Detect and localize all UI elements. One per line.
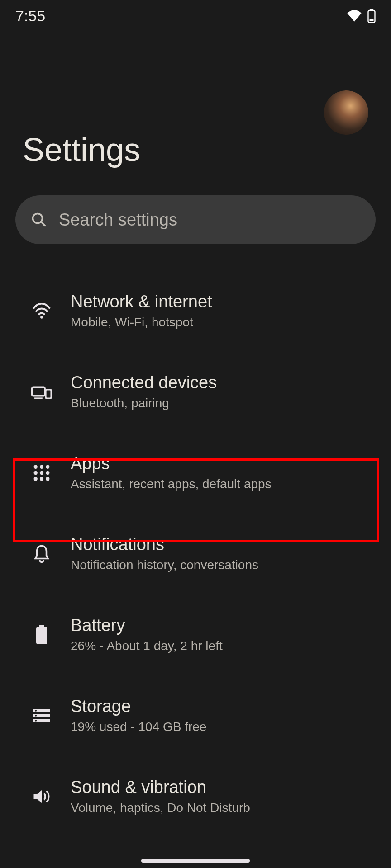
svg-line-4	[41, 222, 45, 226]
settings-item-connected-devices[interactable]: Connected devices Bluetooth, pairing	[0, 351, 391, 432]
settings-item-sound[interactable]: Sound & vibration Volume, haptics, Do No…	[0, 756, 391, 837]
item-subtitle: 19% used - 104 GB free	[71, 720, 206, 734]
settings-item-notifications[interactable]: Notifications Notification history, conv…	[0, 513, 391, 594]
search-icon	[31, 212, 47, 228]
item-subtitle: Assistant, recent apps, default apps	[71, 477, 272, 491]
svg-point-14	[46, 471, 49, 474]
svg-rect-6	[32, 387, 45, 396]
svg-point-21	[35, 710, 37, 712]
profile-avatar[interactable]	[324, 90, 368, 135]
search-placeholder: Search settings	[59, 210, 177, 230]
item-subtitle: Volume, haptics, Do Not Disturb	[71, 801, 250, 815]
svg-point-17	[46, 477, 49, 481]
apps-grid-icon	[31, 464, 52, 481]
settings-item-apps[interactable]: Apps Assistant, recent apps, default app…	[0, 432, 391, 513]
battery-icon	[367, 9, 376, 23]
status-time: 7:55	[15, 7, 45, 25]
settings-item-network[interactable]: Network & internet Mobile, Wi-Fi, hotspo…	[0, 270, 391, 351]
devices-icon	[31, 384, 52, 400]
svg-point-25	[35, 720, 37, 722]
item-title: Network & internet	[71, 292, 212, 311]
wifi-icon	[31, 303, 52, 319]
search-settings[interactable]: Search settings	[15, 195, 376, 244]
settings-item-storage[interactable]: Storage 19% used - 104 GB free	[0, 675, 391, 756]
battery-icon	[31, 625, 52, 645]
svg-point-12	[34, 471, 38, 474]
wifi-icon	[347, 10, 362, 22]
svg-rect-19	[36, 627, 47, 644]
settings-list: Network & internet Mobile, Wi-Fi, hotspo…	[0, 258, 391, 837]
volume-icon	[31, 788, 52, 805]
svg-point-16	[40, 477, 43, 481]
svg-rect-7	[46, 389, 51, 398]
settings-item-battery[interactable]: Battery 26% - About 1 day, 2 hr left	[0, 594, 391, 675]
storage-icon	[31, 708, 52, 723]
svg-rect-18	[39, 625, 44, 627]
item-title: Storage	[71, 697, 206, 716]
item-title: Apps	[71, 454, 272, 473]
item-title: Battery	[71, 616, 223, 635]
svg-point-11	[46, 465, 49, 468]
svg-point-13	[40, 471, 43, 474]
item-title: Notifications	[71, 535, 258, 554]
item-subtitle: Notification history, conversations	[71, 558, 258, 572]
svg-point-9	[34, 465, 38, 468]
svg-point-10	[40, 465, 43, 468]
item-subtitle: Bluetooth, pairing	[71, 396, 217, 410]
page-title: Settings	[23, 131, 368, 168]
svg-rect-2	[370, 19, 374, 21]
item-subtitle: 26% - About 1 day, 2 hr left	[71, 639, 223, 653]
svg-point-15	[34, 477, 38, 481]
bell-icon	[31, 544, 52, 563]
item-title: Connected devices	[71, 373, 217, 392]
svg-point-23	[35, 715, 37, 717]
gesture-nav-handle[interactable]	[141, 859, 250, 863]
status-bar: 7:55	[0, 0, 391, 32]
item-title: Sound & vibration	[71, 778, 250, 797]
item-subtitle: Mobile, Wi-Fi, hotspot	[71, 315, 212, 330]
svg-point-5	[40, 316, 43, 318]
